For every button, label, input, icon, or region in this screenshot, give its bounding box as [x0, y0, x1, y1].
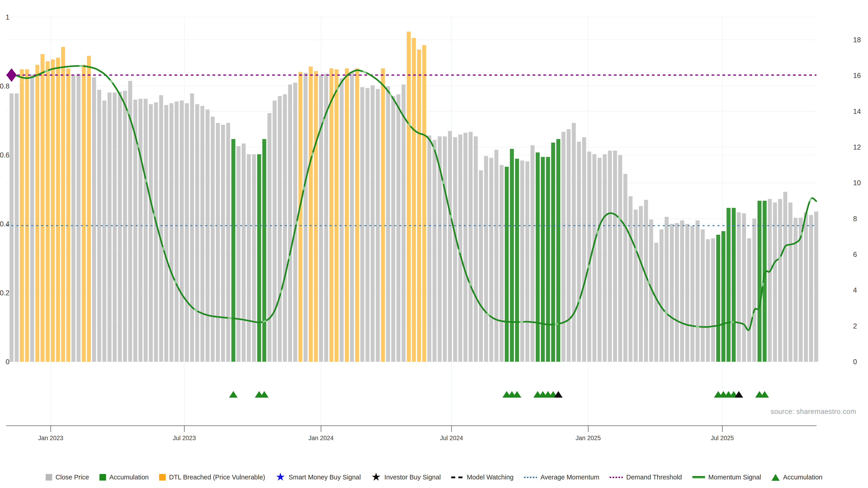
close-price-bar [138, 99, 143, 362]
price-momentum-chart: Jan 2023Jul 2023Jan 2024Jul 2024Jan 2025… [0, 0, 868, 488]
close-price-bar [195, 104, 199, 362]
close-price-bar [530, 145, 535, 362]
dtl-breached-bar [46, 61, 50, 362]
legend-label: Demand Threshold [626, 474, 682, 481]
close-price-bar [711, 238, 715, 362]
threshold-start-diamond [6, 68, 17, 82]
close-price-bar [9, 93, 13, 362]
dtl-breached-bar [61, 47, 65, 362]
close-price-bar [479, 170, 483, 362]
accumulation-bar [721, 231, 725, 362]
close-price-bar [670, 224, 674, 362]
close-price-bar [180, 101, 184, 362]
dtl-breached-bar [412, 38, 416, 362]
close-price-bar [206, 109, 210, 362]
y-right-tick-label: 10 [853, 179, 861, 187]
close-price-bar [149, 104, 153, 362]
legend-item-model-watching[interactable]: Model Watching [451, 474, 514, 481]
dark-marker-triangle [735, 391, 743, 398]
legend-item-demand-threshold[interactable]: Demand Threshold [610, 474, 682, 481]
chart-canvas: Jan 2023Jul 2023Jan 2024Jul 2024Jan 2025… [0, 0, 868, 488]
dtl-breached-bar [51, 59, 55, 362]
close-price-bar [690, 226, 694, 362]
accumulation-marker-triangle [229, 391, 238, 398]
close-price-bar [391, 96, 395, 362]
legend-item-momentum-signal[interactable]: Momentum Signal [692, 474, 761, 481]
accumulation-marker-triangle [761, 391, 769, 398]
legend: Close PriceAccumulationDTL Breached (Pri… [0, 474, 868, 481]
dtl-breached-bar [381, 68, 385, 362]
close-price-bar [448, 131, 452, 362]
close-price-bar [520, 160, 524, 362]
legend-item-smart-money-buy[interactable]: ★Smart Money Buy Signal [276, 474, 361, 481]
close-price-bar [706, 239, 710, 362]
accumulation-bar [546, 157, 550, 362]
close-price-bar [268, 113, 272, 362]
y-right-tick-label: 2 [853, 322, 857, 330]
x-axis-tick-label: Jul 2024 [440, 435, 463, 442]
y-right-tick-label: 0 [853, 358, 857, 366]
close-price-bar [680, 221, 684, 362]
legend-item-accumulation-mark[interactable]: Accumulation [772, 474, 822, 481]
close-price-bar [169, 103, 174, 362]
y-left-tick-label: 0.4 [0, 220, 9, 228]
accumulation-bar [536, 153, 540, 362]
legend-item-dtl-breached[interactable]: DTL Breached (Price Vulnerable) [159, 474, 265, 481]
close-price-bar [185, 103, 189, 362]
dtl-breached-bar [355, 68, 359, 362]
close-price-bar [463, 133, 467, 362]
dtl-breached-bar [345, 68, 349, 362]
legend-item-accumulation-bar[interactable]: Accumulation [99, 474, 149, 481]
legend-item-investor-buy[interactable]: ★Investor Buy Signal [371, 474, 441, 481]
close-price-bar [701, 229, 705, 362]
close-price-swatch-icon [46, 474, 52, 481]
close-price-bar [639, 206, 643, 362]
y-right-tick-label: 16 [853, 72, 861, 79]
close-price-bar [453, 137, 457, 362]
demand-threshold-swatch-icon [610, 477, 623, 478]
accumulation-bar [262, 139, 266, 362]
dtl-breached-bar [56, 58, 60, 362]
legend-item-average-momentum[interactable]: Average Momentum [524, 474, 599, 481]
x-axis-tick-label: Jul 2023 [173, 435, 196, 442]
accumulation-bar [231, 139, 236, 362]
close-price-bar [747, 238, 751, 362]
close-price-bar [432, 140, 436, 362]
legend-label: Average Momentum [540, 474, 599, 481]
x-axis-tick-label: Jan 2023 [38, 435, 63, 442]
source-note: source: sharemaestro.com [771, 408, 856, 416]
close-price-bar [242, 143, 246, 362]
momentum-signal-swatch-icon [692, 476, 705, 479]
y-left-tick-label: 0.6 [0, 151, 9, 159]
dtl-breached-swatch-icon [159, 474, 166, 481]
dtl-breached-bar [309, 67, 313, 362]
close-price-bar [582, 137, 586, 362]
legend-label: Momentum Signal [708, 474, 761, 481]
dtl-breached-bar [407, 32, 411, 362]
dark-marker-triangle [554, 391, 563, 398]
close-price-bar [226, 123, 230, 362]
accumulation-mark-swatch-icon [772, 474, 780, 481]
dtl-breached-bar [66, 68, 70, 362]
dtl-breached-bar [335, 69, 339, 362]
dtl-breached-bar [314, 71, 318, 362]
close-price-bar [664, 217, 669, 362]
close-price-bar [577, 142, 581, 362]
accumulation-bar [716, 235, 720, 362]
close-price-bar [685, 224, 689, 362]
close-price-bar [221, 125, 225, 362]
legend-label: Model Watching [467, 474, 514, 481]
legend-label: Accumulation [783, 474, 822, 481]
dtl-breached-bar [417, 50, 421, 362]
y-right-tick-label: 14 [853, 107, 861, 116]
legend-item-close-price[interactable]: Close Price [46, 474, 89, 481]
close-price-bar [247, 154, 251, 362]
close-price-bar [102, 101, 106, 362]
average-momentum-swatch-icon [524, 477, 537, 478]
close-price-bar [154, 102, 158, 362]
close-price-bar [742, 213, 746, 362]
close-price-bar [623, 174, 627, 362]
close-price-bar [794, 218, 798, 362]
legend-label: Investor Buy Signal [384, 474, 441, 481]
close-price-bar [273, 101, 277, 362]
